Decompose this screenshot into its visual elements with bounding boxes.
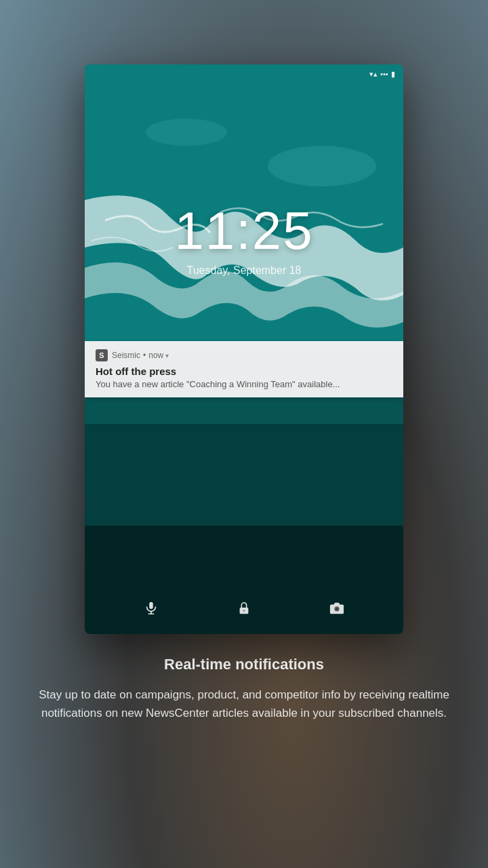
- app-name: Seismic: [112, 351, 140, 360]
- chevron-down-icon[interactable]: ▾: [165, 352, 169, 359]
- notif-time: now: [148, 351, 163, 360]
- bottom-bar: [85, 587, 403, 634]
- app-icon-letter: S: [99, 351, 104, 359]
- wifi-icon: ▾▴: [369, 70, 378, 79]
- page-wrapper: ▾▴ ▪▪▪ ▮ 11:25 Tuesday, September 18 S S…: [0, 0, 488, 868]
- clock-area: 11:25 Tuesday, September 18: [85, 200, 403, 277]
- app-icon: S: [96, 349, 108, 361]
- camera-icon[interactable]: [329, 601, 344, 620]
- notification-card[interactable]: S Seismic • now ▾ Hot off the press You …: [85, 341, 403, 397]
- feature-section: Real-time notifications Stay up to date …: [0, 634, 488, 722]
- phone-frame: ▾▴ ▪▪▪ ▮ 11:25 Tuesday, September 18 S S…: [85, 64, 403, 634]
- lock-icon[interactable]: [237, 601, 251, 620]
- notification-body: You have a new article "Coaching a Winni…: [96, 379, 392, 389]
- clock-date: Tuesday, September 18: [187, 264, 302, 277]
- separator: •: [143, 351, 146, 360]
- mic-icon[interactable]: [144, 601, 159, 620]
- battery-icon: ▮: [391, 70, 395, 79]
- clock-time: 11:25: [174, 200, 313, 262]
- svg-rect-7: [150, 602, 154, 609]
- svg-point-5: [268, 146, 376, 186]
- svg-point-13: [335, 608, 338, 611]
- status-bar: ▾▴ ▪▪▪ ▮: [85, 64, 403, 83]
- signal-icon: ▪▪▪: [380, 70, 388, 78]
- notification-header: S Seismic • now ▾: [96, 349, 392, 361]
- svg-point-6: [146, 119, 227, 146]
- feature-title: Real-time notifications: [27, 656, 461, 673]
- svg-point-11: [243, 610, 245, 612]
- feature-description: Stay up to date on campaigns, product, a…: [27, 686, 461, 722]
- notification-title: Hot off the press: [96, 366, 392, 377]
- status-icons: ▾▴ ▪▪▪ ▮: [369, 70, 395, 79]
